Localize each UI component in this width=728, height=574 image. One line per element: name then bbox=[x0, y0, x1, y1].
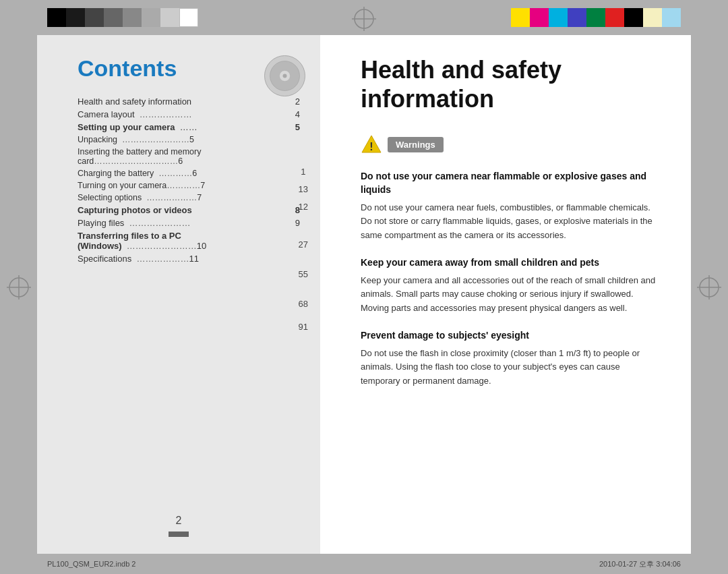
svg-text:!: ! bbox=[369, 141, 373, 152]
color-swatch bbox=[662, 8, 681, 27]
toc-item-page: 9 bbox=[274, 217, 300, 229]
side-number: 27 bbox=[299, 236, 308, 254]
section-text: Do not use the flash in close proximity … bbox=[361, 347, 657, 389]
color-swatch bbox=[66, 8, 85, 27]
svg-point-15 bbox=[283, 74, 287, 78]
health-section: Keep your camera away from small childre… bbox=[361, 256, 657, 316]
toc-item-label: Health and safety information bbox=[78, 95, 274, 108]
side-number: 91 bbox=[299, 318, 308, 336]
toc-item-page bbox=[274, 192, 300, 204]
section-title: Prevent damage to subjects' eyesight bbox=[361, 329, 657, 343]
side-numbers: 1 13 12 27 55 68 91 bbox=[299, 163, 308, 336]
toc-row: Capturing photos or videos 8 bbox=[78, 204, 300, 217]
toc-item-page bbox=[274, 229, 300, 252]
page-title: Health and safety information bbox=[361, 55, 657, 113]
side-number: 1 bbox=[299, 163, 308, 181]
toc-row: Transferring files to a PC(Windows) …………… bbox=[78, 229, 300, 252]
side-number: 13 bbox=[299, 181, 308, 198]
left-page: Contents Health and safety information 2… bbox=[37, 35, 320, 554]
warnings-label: Warnings bbox=[388, 137, 444, 152]
color-bar-right bbox=[511, 8, 681, 27]
toc-item-label: Transferring files to a PC(Windows) …………… bbox=[78, 229, 274, 252]
toc-item-page: 4 bbox=[274, 108, 300, 121]
footer-left: PL100_QSM_EUR2.indb 2 bbox=[47, 560, 599, 568]
main-container: Contents Health and safety information 2… bbox=[37, 35, 691, 554]
toc-table: Health and safety information 2 Camera l… bbox=[78, 95, 300, 265]
color-swatch bbox=[643, 8, 662, 27]
color-swatch bbox=[123, 8, 142, 27]
page-number: 2 bbox=[176, 515, 182, 527]
footer-right: 2010-01-27 오후 3:04:06 bbox=[599, 559, 681, 569]
toc-row: Specifications ………………11 bbox=[78, 252, 300, 265]
color-swatch bbox=[549, 8, 568, 27]
toc-row: Unpacking ……………………5 bbox=[78, 134, 300, 146]
color-swatch bbox=[511, 8, 530, 27]
toc-item-page: 5 bbox=[274, 121, 300, 134]
color-swatch bbox=[530, 8, 549, 27]
toc-item-page: 8 bbox=[274, 204, 300, 217]
side-number: 68 bbox=[299, 295, 308, 313]
registration-mark-left bbox=[5, 274, 32, 301]
color-swatch bbox=[160, 8, 179, 27]
registration-mark-right bbox=[696, 274, 723, 301]
toc-item-page bbox=[274, 167, 300, 179]
toc-item-label: Selecting options ………………7 bbox=[78, 192, 274, 204]
toc-row: Turning on your camera…………7 bbox=[78, 179, 300, 192]
health-section: Prevent damage to subjects' eyesight Do … bbox=[361, 329, 657, 389]
section-text: Do not use your camera near fuels, combu… bbox=[361, 201, 657, 243]
side-number: 55 bbox=[299, 266, 308, 283]
toc-row: Playing files ………………… 9 bbox=[78, 217, 300, 229]
toc-item-label: Playing files ………………… bbox=[78, 217, 274, 229]
color-swatch bbox=[104, 8, 123, 27]
health-section: Do not use your camera near flammable or… bbox=[361, 170, 657, 243]
toc-row: Inserting the battery and memorycard…………… bbox=[78, 146, 300, 167]
toc-item-label: Specifications ………………11 bbox=[78, 252, 274, 265]
right-page: Health and safety information ! Warnings… bbox=[320, 35, 691, 554]
toc-row: Camera layout ……………… 4 bbox=[78, 108, 300, 121]
toc-item-label: Inserting the battery and memorycard…………… bbox=[78, 146, 274, 167]
toc-item-label: Unpacking ……………………5 bbox=[78, 134, 274, 146]
toc-item-page bbox=[274, 252, 300, 265]
toc-item-label: Turning on your camera…………7 bbox=[78, 179, 274, 192]
section-text: Keep your camera and all accessories out… bbox=[361, 274, 657, 316]
toc-row: Selecting options ………………7 bbox=[78, 192, 300, 204]
color-swatch bbox=[624, 8, 643, 27]
registration-mark-top bbox=[351, 5, 377, 32]
warnings-badge: ! Warnings bbox=[361, 134, 657, 155]
color-swatch bbox=[568, 8, 586, 27]
toc-item-label: Setting up your camera …… bbox=[78, 121, 274, 134]
toc-row: Charging the battery …………6 bbox=[78, 167, 300, 179]
toc-item-page bbox=[274, 146, 300, 167]
cd-icon bbox=[263, 54, 307, 98]
color-bar-left bbox=[47, 8, 198, 27]
color-swatch bbox=[605, 8, 624, 27]
color-swatch bbox=[586, 8, 605, 27]
footer: PL100_QSM_EUR2.indb 2 2010-01-27 오후 3:04… bbox=[0, 554, 728, 574]
page-number-bar bbox=[169, 532, 189, 537]
color-swatch bbox=[47, 8, 66, 27]
color-swatch bbox=[179, 8, 198, 27]
toc-item-label: Charging the battery …………6 bbox=[78, 167, 274, 179]
side-number: 12 bbox=[299, 198, 308, 216]
color-swatch bbox=[142, 8, 160, 27]
color-swatch bbox=[85, 8, 104, 27]
toc-row: Setting up your camera …… 5 bbox=[78, 121, 300, 134]
toc-item-label: Capturing photos or videos bbox=[78, 204, 274, 217]
warning-icon: ! bbox=[361, 134, 382, 155]
toc-item-page bbox=[274, 179, 300, 192]
toc-item-label: Camera layout ……………… bbox=[78, 108, 274, 121]
toc-item-page bbox=[274, 134, 300, 146]
section-title: Keep your camera away from small childre… bbox=[361, 256, 657, 270]
section-title: Do not use your camera near flammable or… bbox=[361, 170, 657, 196]
